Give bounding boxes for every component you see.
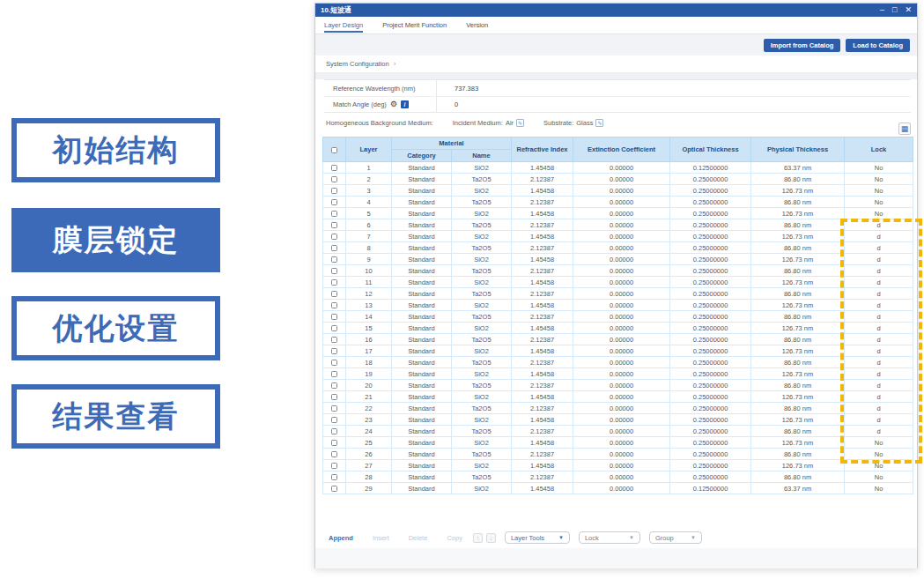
row-checkbox[interactable] [331, 176, 337, 182]
table-row: 27StandardSiO21.454580.000000.2500000012… [323, 460, 913, 471]
tab-layer-design[interactable]: Layer Design [324, 17, 363, 33]
extinction-coefficient-cell: 0.00000 [573, 437, 670, 449]
row-checkbox[interactable] [331, 463, 337, 469]
insert-button[interactable]: Insert [373, 534, 389, 542]
table-row: 14StandardTa2O52.123870.000000.250000008… [323, 311, 913, 323]
window-footer-strip [315, 548, 917, 568]
system-configuration-header[interactable]: System Configuration › [315, 56, 917, 73]
row-checkbox[interactable] [331, 348, 337, 354]
extinction-coefficient-cell: 0.00000 [573, 277, 670, 288]
row-checkbox[interactable] [331, 245, 337, 251]
layer-cell: 3 [346, 185, 392, 197]
table-settings-icon[interactable]: ▦ [898, 122, 911, 135]
substrate-label: Substrate: [543, 119, 573, 127]
gear-icon[interactable]: ⚙ [390, 100, 397, 108]
category-cell: Standard [392, 219, 452, 231]
row-checkbox[interactable] [331, 417, 337, 423]
copy-button[interactable]: Copy [447, 534, 462, 542]
move-down-icon[interactable]: ↓ [486, 533, 496, 543]
row-checkbox[interactable] [331, 382, 337, 389]
physical-thickness-cell: 86.80 nm [751, 426, 845, 437]
tab-project-merit-function[interactable]: Project Merit Function [382, 17, 447, 33]
physical-thickness-cell: 86.80 nm [751, 403, 845, 414]
row-checkbox[interactable] [331, 314, 337, 320]
row-checkbox[interactable] [331, 291, 337, 297]
append-button[interactable]: Append [329, 534, 353, 542]
extinction-coefficient-cell: 0.00000 [573, 288, 670, 300]
row-checkbox[interactable] [331, 440, 337, 446]
group-dropdown[interactable]: Group ▼ [649, 531, 702, 544]
layer-tools-dropdown[interactable]: Layer Tools ▼ [505, 531, 570, 544]
lock-cell: d [845, 403, 913, 414]
row-checkbox[interactable] [331, 360, 337, 366]
row-checkbox[interactable] [331, 222, 337, 228]
lock-cell: d [845, 334, 913, 345]
row-checkbox[interactable] [331, 268, 337, 274]
layer-cell: 13 [346, 300, 392, 311]
select-all-checkbox[interactable] [331, 147, 337, 153]
delete-button[interactable]: Delete [409, 534, 428, 542]
row-checkbox[interactable] [331, 199, 337, 205]
table-row: 26StandardTa2O52.123870.000000.250000008… [323, 449, 913, 460]
close-button[interactable]: ✕ [905, 6, 912, 14]
load-to-catalog-button[interactable]: Load to Catalog [846, 39, 910, 52]
material-name-cell: Ta2O5 [452, 288, 512, 300]
table-row: 9StandardSiO21.454580.000000.25000000126… [323, 254, 913, 265]
tab-version[interactable]: Version [466, 17, 488, 33]
layer-tools-dropdown-label: Layer Tools [511, 534, 544, 542]
category-cell: Standard [392, 265, 452, 277]
material-name-cell: Ta2O5 [452, 380, 512, 391]
row-checkbox[interactable] [331, 256, 337, 263]
layer-cell: 23 [346, 414, 392, 426]
material-name-cell: Ta2O5 [452, 334, 512, 345]
lock-dropdown[interactable]: Lock ▼ [579, 531, 640, 544]
row-checkbox[interactable] [331, 474, 337, 480]
layer-cell: 12 [346, 288, 392, 300]
info-icon[interactable]: i [401, 100, 409, 108]
row-checkbox[interactable] [331, 428, 337, 434]
material-name-cell: SiO2 [452, 414, 512, 426]
row-checkbox[interactable] [331, 165, 337, 171]
minimize-button[interactable]: – [880, 6, 884, 14]
physical-thickness-cell: 126.73 nm [751, 414, 845, 426]
physical-thickness-cell: 86.80 nm [751, 449, 845, 460]
page: 初始结构 膜层锁定 优化设置 结果查看 10.短波通 – □ ✕ Layer D… [0, 0, 924, 579]
move-up-icon[interactable]: ↑ [473, 533, 483, 543]
match-angle-row: Match Angle (deg) ⚙ i 0 [324, 96, 911, 112]
maximize-button[interactable]: □ [892, 6, 897, 14]
extinction-coefficient-cell: 0.00000 [573, 231, 670, 242]
row-checkbox[interactable] [331, 405, 337, 412]
extinction-coefficient-cell: 0.00000 [573, 242, 670, 254]
layer-cell: 11 [346, 277, 392, 288]
row-checkbox[interactable] [331, 337, 337, 343]
material-name-cell: Ta2O5 [452, 265, 512, 277]
row-checkbox[interactable] [331, 211, 337, 217]
layer-cell: 22 [346, 403, 392, 414]
category-cell: Standard [392, 311, 452, 323]
edit-incident-medium-icon[interactable]: ✎ [516, 119, 524, 127]
material-name-cell: SiO2 [452, 277, 512, 288]
edit-substrate-icon[interactable]: ✎ [595, 119, 603, 127]
category-cell: Standard [392, 460, 452, 471]
match-angle-field[interactable]: 0 [437, 100, 458, 108]
import-from-catalog-button[interactable]: Import from Catalog [764, 39, 841, 52]
physical-thickness-cell: 126.73 nm [751, 208, 845, 219]
material-name-cell: SiO2 [452, 483, 512, 494]
row-checkbox[interactable] [331, 394, 337, 400]
row-checkbox[interactable] [331, 302, 337, 308]
row-checkbox[interactable] [331, 279, 337, 286]
row-checkbox[interactable] [331, 486, 337, 492]
row-checkbox[interactable] [331, 371, 337, 377]
row-checkbox[interactable] [331, 234, 337, 240]
table-row: 15StandardSiO21.454580.000000.2500000012… [323, 323, 913, 334]
category-cell: Standard [392, 300, 452, 311]
refractive-index-cell: 1.45458 [512, 437, 573, 449]
layer-cell: 6 [346, 219, 392, 231]
lock-cell: No [845, 185, 913, 197]
column-header-extinction-coefficient: Extinction Coefficient [573, 137, 670, 162]
row-checkbox[interactable] [331, 188, 337, 194]
row-checkbox[interactable] [331, 451, 337, 457]
reference-wavelength-field[interactable]: 737.383 [437, 85, 478, 93]
row-checkbox[interactable] [331, 325, 337, 331]
physical-thickness-cell: 86.80 nm [751, 197, 845, 208]
